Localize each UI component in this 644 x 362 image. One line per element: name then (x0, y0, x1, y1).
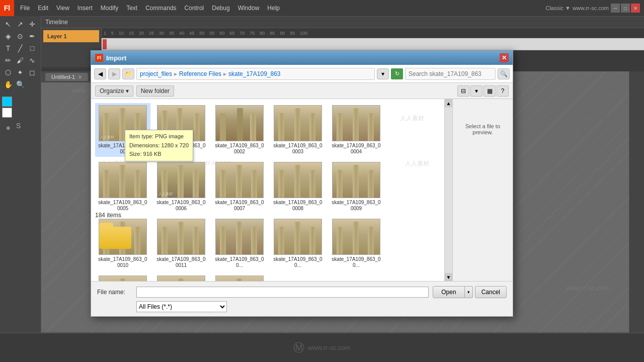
menu-insert[interactable]: Insert (73, 3, 97, 14)
file-item-15[interactable]: skate_17A109_863_00... (95, 274, 150, 281)
menu-file[interactable]: File (16, 3, 34, 14)
folder-area: 184 items (95, 210, 135, 251)
thumbnail-3 (274, 105, 322, 141)
view-grid-button[interactable]: ▾ (470, 85, 482, 97)
forward-button[interactable]: ▶ (108, 68, 120, 79)
bottom-watermark-text: www.rr-sc.com (307, 344, 350, 351)
menu-window[interactable]: Window (234, 3, 264, 14)
tooltip-size-value: 916 KB (143, 151, 162, 157)
maximize-button[interactable]: □ (621, 4, 630, 13)
dialog-close-button[interactable]: ✕ (500, 53, 509, 62)
file-item-3[interactable]: skate_17A109_863_00003 (270, 103, 326, 157)
search-input[interactable] (405, 68, 496, 80)
ink-tool[interactable]: ∿ (26, 54, 38, 66)
path-project-files[interactable]: project_files (140, 70, 172, 77)
path-current-folder[interactable]: skate_17A109_863 (228, 70, 280, 77)
search-button[interactable]: 🔍 (498, 68, 510, 79)
file-item-4[interactable]: skate_17A109_863_00004 (329, 103, 384, 157)
menu-commands[interactable]: Commands (141, 3, 180, 14)
file-item-12[interactable]: skate_17A109_863_00... (212, 217, 267, 270)
menu-control[interactable]: Control (181, 3, 208, 14)
tab-close-icon[interactable]: ✕ (78, 74, 82, 80)
menu-modify[interactable]: Modify (97, 3, 122, 14)
file-item-14[interactable]: skate_17A109_863_00... (329, 217, 384, 270)
eraser-tool[interactable]: ◻ (26, 66, 38, 78)
file-name-8: skate_17A109_863_00008 (272, 200, 324, 212)
filename-input[interactable] (136, 287, 429, 298)
zoom-tool[interactable]: 🔍 (14, 78, 26, 90)
file-item-2[interactable]: skate_17A109_863_00002 (212, 103, 267, 157)
dialog-body: 人人素材 www.rr-sc.com 人人素材 人人素材 www.rr-sc.c… (91, 99, 513, 281)
paint-bucket-tool[interactable]: ⬡ (2, 66, 14, 78)
file-item-17[interactable]: skate_17A109_863_00... (212, 274, 267, 281)
refresh-button[interactable]: ↻ (391, 68, 403, 79)
file-item-16[interactable]: skate_17A109_863_00... (153, 274, 209, 281)
thumbnail-9 (332, 162, 380, 198)
view-large-icons-button[interactable]: ▦ (484, 85, 496, 97)
pen-tool[interactable]: ✒ (26, 30, 38, 42)
scroll-up[interactable]: ▲ (445, 99, 453, 107)
address-path: project_files ▸ Reference Files ▸ skate_… (136, 68, 375, 80)
text-tool[interactable]: T (2, 42, 14, 54)
eyedropper-tool[interactable]: ✦ (14, 66, 26, 78)
filetype-select[interactable]: All Files (*.*) PNG Image (*.png) (136, 301, 227, 312)
view-tiles-button[interactable]: ⊟ (457, 85, 469, 97)
document-tab[interactable]: Untitled-1 ✕ (45, 73, 88, 81)
file-item-8[interactable]: skate_17A109_863_00008 (270, 160, 326, 214)
toolbar-tools: ↖ ↗ ✛ ◈ ⊙ ✒ T ╱ □ ✏ 🖌 ∿ ⬡ ✦ ◻ ✋ 🔍 (0, 16, 41, 93)
menu-edit[interactable]: Edit (34, 3, 52, 14)
open-button[interactable]: Open (433, 286, 464, 298)
file-name-12: skate_17A109_863_00... (214, 256, 265, 268)
folder-item[interactable] (95, 221, 135, 251)
classic-label[interactable]: Classic ▼ (545, 5, 570, 11)
menu-help[interactable]: Help (263, 3, 284, 14)
file-item-9[interactable]: skate_17A109_863_00009 (329, 160, 384, 214)
thumbnail-6: 人人素材 (157, 162, 205, 198)
file-item-6[interactable]: 人人素材 skate_17A109_863_00006 (153, 160, 209, 214)
menu-debug[interactable]: Debug (208, 3, 233, 14)
rectangle-tool[interactable]: □ (26, 42, 38, 54)
minimize-button[interactable]: ─ (611, 4, 620, 13)
folder-icon-img (99, 223, 131, 249)
folder-icon: 📁 (122, 68, 134, 79)
timeline-header: Timeline (41, 17, 644, 28)
subselect-tool[interactable]: ↗ (14, 18, 26, 30)
pencil-tool[interactable]: ✏ (2, 54, 14, 66)
thumbnail-11 (157, 219, 205, 255)
snap-label[interactable]: S (16, 122, 21, 134)
file-item-5[interactable]: skate_17A109_863_00005 (95, 160, 150, 214)
file-name-4: skate_17A109_863_00004 (331, 143, 382, 155)
file-item-7[interactable]: skate_17A109_863_00007 (212, 160, 267, 214)
app-logo: Fl (0, 0, 14, 16)
scroll-down[interactable]: ▼ (445, 273, 453, 281)
gradient-tool[interactable]: ◈ (2, 30, 14, 42)
thumbnail-15 (99, 276, 147, 281)
dialog-toolbar: Organize ▾ New folder ⊟ ▾ ▦ ? (91, 83, 513, 99)
file-name-14: skate_17A109_863_00... (331, 256, 382, 268)
back-button[interactable]: ◀ (94, 68, 106, 79)
file-item-11[interactable]: skate_17A109_863_00011 (153, 217, 209, 270)
fill-color[interactable] (2, 108, 12, 118)
path-reference-files[interactable]: Reference Files (179, 70, 221, 77)
menu-text[interactable]: Text (122, 3, 141, 14)
file-item-13[interactable]: skate_17A109_863_00... (270, 217, 326, 270)
menu-view[interactable]: View (52, 3, 73, 14)
snap-to-objects[interactable]: ⊕ (2, 122, 14, 134)
select-tool[interactable]: ↖ (2, 18, 14, 30)
hand-tool[interactable]: ✋ (2, 78, 14, 90)
brush-tool[interactable]: 🖌 (14, 54, 26, 66)
layer-1[interactable]: Layer 1 (43, 30, 99, 42)
close-button[interactable]: ✕ (631, 4, 640, 13)
playhead[interactable] (103, 39, 107, 49)
help-button[interactable]: ? (497, 85, 509, 97)
stroke-color[interactable] (2, 97, 12, 107)
line-tool[interactable]: ╱ (14, 42, 26, 54)
open-dropdown[interactable]: ▾ (465, 286, 473, 298)
free-transform-tool[interactable]: ✛ (26, 18, 38, 30)
organize-button[interactable]: Organize ▾ (95, 85, 133, 97)
lasso-tool[interactable]: ⊙ (14, 30, 26, 42)
timeline-title: Timeline (45, 19, 68, 26)
dropdown-arrow[interactable]: ▾ (377, 68, 389, 79)
cancel-button[interactable]: Cancel (475, 286, 507, 298)
new-folder-button[interactable]: New folder (136, 85, 174, 97)
